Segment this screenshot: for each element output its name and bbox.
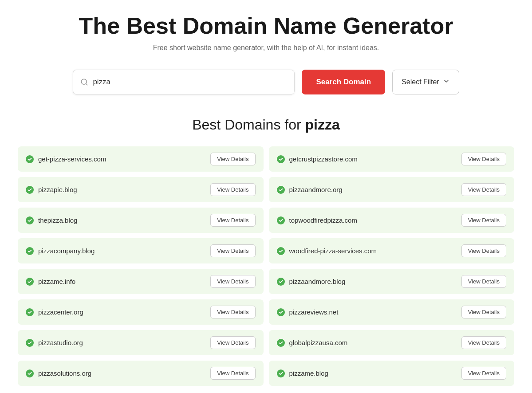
available-icon	[26, 247, 34, 255]
available-icon	[277, 186, 285, 194]
view-details-button[interactable]: View Details	[461, 367, 506, 380]
domain-left: pizzareviews.net	[277, 308, 339, 316]
available-icon	[26, 369, 34, 377]
domain-name: pizzastudio.org	[38, 339, 83, 346]
view-details-button[interactable]: View Details	[210, 153, 255, 165]
domain-left: pizzaandmore.blog	[277, 278, 346, 286]
domain-left: pizzasolutions.org	[26, 369, 91, 377]
available-icon	[277, 339, 285, 347]
domains-grid: get-pizza-services.com View Details getc…	[18, 146, 514, 386]
domain-left: get-pizza-services.com	[26, 155, 106, 163]
domain-item: pizzastudio.org View Details	[18, 330, 264, 355]
domain-name: pizzareviews.net	[289, 308, 339, 316]
domain-item: woodfired-pizza-services.com View Detail…	[269, 238, 515, 263]
domain-left: thepizza.blog	[26, 216, 77, 224]
view-details-button[interactable]: View Details	[210, 275, 255, 288]
domain-item: pizzareviews.net View Details	[269, 299, 515, 325]
domain-item: pizzapie.blog View Details	[18, 177, 264, 202]
domain-item: pizzacenter.org View Details	[18, 299, 264, 325]
available-icon	[277, 247, 285, 255]
domain-left: pizzacompany.blog	[26, 247, 95, 255]
domain-left: topwoodfiredpizza.com	[277, 216, 357, 224]
available-icon	[277, 155, 285, 163]
available-icon	[26, 155, 34, 163]
domain-left: pizzame.info	[26, 278, 75, 286]
view-details-button[interactable]: View Details	[210, 306, 255, 318]
domain-item: pizzaandmore.org View Details	[269, 177, 515, 202]
results-title: Best Domains for pizza	[18, 117, 514, 133]
domain-name: pizzapie.blog	[38, 186, 77, 193]
domain-left: getcrustpizzastore.com	[277, 155, 358, 163]
filter-button[interactable]: Select Filter	[392, 70, 459, 94]
search-box	[73, 70, 295, 94]
view-details-button[interactable]: View Details	[461, 153, 506, 165]
search-icon	[80, 78, 88, 86]
domain-name: pizzaandmore.org	[289, 186, 343, 193]
domain-left: pizzacenter.org	[26, 308, 83, 316]
view-details-button[interactable]: View Details	[461, 306, 506, 318]
domain-name: thepizza.blog	[38, 216, 77, 224]
domain-name: getcrustpizzastore.com	[289, 155, 358, 163]
available-icon	[277, 369, 285, 377]
domain-item: globalpizzausa.com View Details	[269, 330, 515, 355]
domain-name: pizzasolutions.org	[38, 369, 91, 377]
available-icon	[26, 186, 34, 194]
header-section: The Best Domain Name Generator Free shor…	[18, 13, 514, 52]
search-input[interactable]	[93, 78, 287, 86]
svg-line-1	[86, 84, 87, 85]
available-icon	[26, 278, 34, 286]
domain-item: pizzasolutions.org View Details	[18, 361, 264, 386]
view-details-button[interactable]: View Details	[461, 336, 506, 349]
available-icon	[277, 278, 285, 286]
domain-name: globalpizzausa.com	[289, 339, 348, 346]
domain-left: pizzame.blog	[277, 369, 328, 377]
view-details-button[interactable]: View Details	[461, 275, 506, 288]
available-icon	[277, 216, 285, 224]
view-details-button[interactable]: View Details	[210, 214, 255, 227]
domain-item: pizzacompany.blog View Details	[18, 238, 264, 263]
domain-item: topwoodfiredpizza.com View Details	[269, 208, 515, 233]
domain-left: pizzaandmore.org	[277, 186, 343, 194]
domain-name: pizzame.info	[38, 278, 75, 285]
domain-left: pizzastudio.org	[26, 339, 83, 347]
domain-name: get-pizza-services.com	[38, 155, 106, 163]
view-details-button[interactable]: View Details	[461, 214, 506, 227]
results-section: Best Domains for pizza get-pizza-service…	[18, 117, 514, 386]
domain-left: globalpizzausa.com	[277, 339, 348, 347]
available-icon	[26, 308, 34, 316]
domain-name: pizzacenter.org	[38, 308, 83, 316]
results-heading-prefix: Best Domains for	[192, 117, 305, 133]
domain-name: topwoodfiredpizza.com	[289, 216, 357, 224]
search-section: Search Domain Select Filter	[18, 70, 514, 94]
view-details-button[interactable]: View Details	[210, 183, 255, 196]
view-details-button[interactable]: View Details	[461, 244, 506, 257]
domain-item: pizzame.info View Details	[18, 269, 264, 294]
domain-name: woodfired-pizza-services.com	[289, 247, 377, 255]
domain-name: pizzacompany.blog	[38, 247, 95, 255]
domain-left: woodfired-pizza-services.com	[277, 247, 377, 255]
available-icon	[26, 339, 34, 347]
view-details-button[interactable]: View Details	[210, 244, 255, 257]
domain-item: thepizza.blog View Details	[18, 208, 264, 233]
filter-label: Select Filter	[402, 78, 439, 86]
domain-item: getcrustpizzastore.com View Details	[269, 146, 515, 172]
page-title: The Best Domain Name Generator	[18, 13, 514, 39]
results-keyword: pizza	[305, 117, 340, 133]
domain-item: pizzame.blog View Details	[269, 361, 515, 386]
page-subtitle: Free short website name generator, with …	[18, 44, 514, 52]
available-icon	[277, 308, 285, 316]
domain-name: pizzaandmore.blog	[289, 278, 346, 285]
chevron-down-icon	[443, 78, 450, 86]
domain-left: pizzapie.blog	[26, 186, 77, 194]
search-button[interactable]: Search Domain	[302, 70, 385, 94]
view-details-button[interactable]: View Details	[210, 367, 255, 380]
domain-name: pizzame.blog	[289, 369, 328, 377]
view-details-button[interactable]: View Details	[461, 183, 506, 196]
view-details-button[interactable]: View Details	[210, 336, 255, 349]
domain-item: get-pizza-services.com View Details	[18, 146, 264, 172]
available-icon	[26, 216, 34, 224]
domain-item: pizzaandmore.blog View Details	[269, 269, 515, 294]
